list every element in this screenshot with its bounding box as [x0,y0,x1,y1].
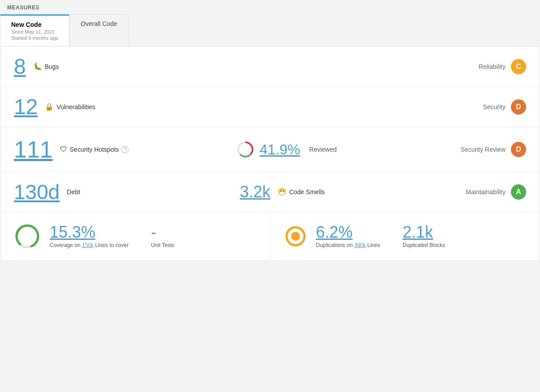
coverage-info: 15.3% Coverage on 150k Lines to cover [50,224,129,248]
maint-right: Maintainability A [466,184,526,200]
bug-icon: 🐛 [33,62,42,71]
donut-svg [237,141,253,158]
duplication-chart [284,225,307,248]
tab-overall-code-label: Overall Code [81,20,117,27]
coverage-svg [14,223,41,250]
reliability-label: Reliability [479,63,506,70]
security-review-label: Security Review [461,146,506,153]
bugs-row: 8 🐛 Bugs Reliability C [0,47,540,87]
maintainability-row: 130d Debt 3.2k 😷 Code Smells Maintainabi… [0,172,540,212]
lock-icon: 🔒 [45,102,54,111]
bugs-right: Reliability C [479,59,526,74]
review-pct[interactable]: 41.9% [260,142,300,157]
dup-lines-link[interactable]: 390k [354,242,366,248]
tab-new-code-label: New Code [11,21,58,28]
dup-blocks-label: Duplicated Blocks [403,242,445,248]
tab-overall-code[interactable]: Overall Code [69,14,129,46]
hotspots-value[interactable]: 111 [14,138,53,161]
hotspot-left: 111 🛡 Security Hotspots ? [14,138,237,161]
bugs-value[interactable]: 8 [14,56,26,77]
section-title: MEASURES [0,0,540,11]
unit-tests-section: - Unit Tests [151,224,174,248]
maintainability-badge: A [511,184,526,200]
maintainability-label: Maintainability [466,188,506,196]
vuln-main: 12 🔒 Vulnerabilities [14,96,483,118]
dup-svg [284,225,307,248]
tab-new-code[interactable]: New Code Since May 11, 2021 Started 9 mo… [0,14,69,46]
coverage-section: 15.3% Coverage on 150k Lines to cover - … [0,212,270,260]
dup-info: 6.2% Duplications on 390k Lines [316,224,380,248]
smells-icon: 😷 [278,187,287,196]
vulnerabilities-row: 12 🔒 Vulnerabilities Security D [0,87,540,127]
coverage-sub: Coverage on 150k Lines to cover [50,242,129,248]
duplication-section: 6.2% Duplications on 390k Lines 2.1k Dup… [270,212,540,260]
coverage-lines-link[interactable]: 150k [82,242,94,248]
measures-page: MEASURES New Code Since May 11, 2021 Sta… [0,0,540,392]
security-badge: D [511,99,526,115]
smells-label: 😷 Code Smells [278,187,325,196]
metrics-content: 8 🐛 Bugs Reliability C 12 🔒 Vulnerabilit… [0,46,540,261]
dup-sub: Duplications on 390k Lines [316,242,380,248]
hotspot-label: 🛡 Security Hotspots ? [60,145,129,153]
security-review-badge: D [511,142,526,157]
unit-tests-label: Unit Tests [151,242,174,248]
debt-label: Debt [67,188,80,196]
svg-point-5 [17,226,38,247]
maint-mid: 3.2k 😷 Code Smells [240,184,466,200]
hotspot-right: Security Review D [461,142,526,157]
debt-value[interactable]: 130d [14,182,60,202]
vuln-value[interactable]: 12 [14,96,38,118]
bugs-main: 8 🐛 Bugs [14,56,479,77]
security-label: Security [483,103,506,111]
coverage-pct[interactable]: 15.3% [50,224,129,240]
maint-left: 130d Debt [14,182,240,202]
reviewed-label: Reviewed [309,146,337,153]
dup-blocks-section: 2.1k Duplicated Blocks [403,224,445,248]
dup-blocks-value[interactable]: 2.1k [403,224,445,240]
bottom-row: 15.3% Coverage on 150k Lines to cover - … [0,212,540,260]
shield-icon: 🛡 [60,145,67,153]
vuln-right: Security D [483,99,526,115]
dup-pct[interactable]: 6.2% [316,224,380,240]
hotspots-row: 111 🛡 Security Hotspots ? [0,127,540,172]
smells-value[interactable]: 3.2k [240,184,270,200]
tab-new-code-subtitle1: Since May 11, 2021 [11,29,58,34]
reliability-badge: C [511,59,526,74]
svg-point-7 [291,232,300,241]
hotspot-mid: 41.9% Reviewed [237,141,461,158]
tabs-container: New Code Since May 11, 2021 Started 9 mo… [0,14,540,46]
bugs-label: 🐛 Bugs [33,62,59,71]
review-donut [237,141,253,158]
tab-new-code-subtitle2: Started 9 months ago [11,35,58,41]
unit-tests-value[interactable]: - [151,224,174,240]
help-icon[interactable]: ? [121,146,129,153]
coverage-chart [14,223,41,250]
vuln-label: 🔒 Vulnerabilities [45,102,95,111]
